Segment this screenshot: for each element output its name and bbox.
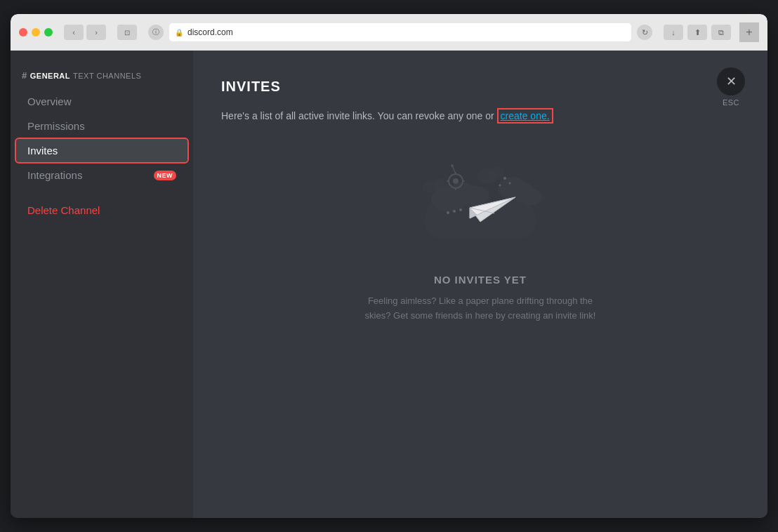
sidebar-item-row-integrations: Integrations NEW — [27, 169, 176, 181]
sidebar-item-label-integrations: Integrations — [27, 169, 82, 181]
sidebar-item-overview[interactable]: Overview — [16, 90, 187, 113]
svg-point-27 — [509, 182, 511, 185]
sidebar-item-integrations[interactable]: Integrations NEW — [16, 164, 187, 187]
empty-illustration — [403, 152, 558, 257]
new-tab-button[interactable]: + — [739, 22, 759, 42]
sidebar-item-permissions[interactable]: Permissions — [16, 114, 187, 138]
svg-point-28 — [499, 185, 501, 187]
reload-button[interactable]: ↻ — [637, 25, 652, 40]
close-traffic-light[interactable] — [19, 28, 27, 36]
minimize-traffic-light[interactable] — [32, 28, 40, 36]
svg-point-16 — [453, 210, 456, 213]
svg-point-3 — [464, 186, 489, 206]
sidebar-item-label-delete: Delete Channel — [27, 204, 100, 216]
section-title: INVITES — [221, 79, 739, 95]
svg-point-10 — [433, 178, 450, 189]
traffic-lights — [19, 28, 53, 36]
close-icon: ✕ — [726, 74, 737, 89]
info-button[interactable]: ⓘ — [148, 25, 164, 40]
svg-point-19 — [453, 178, 459, 184]
url-text: discord.com — [187, 27, 233, 37]
sidebar: # GENERAL TEXT CHANNELS Overview Permiss… — [11, 51, 193, 518]
sidebar-item-invites[interactable]: Invites — [16, 139, 187, 162]
main-content: ✕ ESC INVITES Here's a list of all activ… — [193, 51, 767, 518]
app-content: # GENERAL TEXT CHANNELS Overview Permiss… — [11, 51, 767, 518]
svg-point-15 — [459, 208, 462, 211]
address-bar-container: ⓘ 🔒 discord.com ↻ — [148, 23, 652, 41]
sidebar-item-label-invites: Invites — [27, 145, 58, 157]
sidebar-item-label-permissions: Permissions — [27, 120, 85, 132]
download-button[interactable]: ↓ — [664, 25, 683, 40]
esc-button[interactable]: ✕ ESC — [717, 67, 745, 107]
forward-button[interactable]: › — [86, 25, 106, 40]
create-one-link[interactable]: create one. — [497, 108, 553, 124]
svg-point-8 — [488, 166, 505, 179]
description-prefix: Here's a list of all active invite links… — [221, 110, 494, 121]
tab-button[interactable]: ⊡ — [117, 25, 137, 40]
description: Here's a list of all active invite links… — [221, 109, 739, 124]
esc-circle: ✕ — [717, 67, 745, 95]
empty-title: NO INVITES YET — [434, 274, 527, 286]
tabs-button[interactable]: ⧉ — [711, 25, 731, 40]
sidebar-section-header: # GENERAL TEXT CHANNELS — [11, 65, 193, 86]
browser-chrome: ‹ › ⊡ ⓘ 🔒 discord.com ↻ ↓ ⬆ ⧉ + — [11, 14, 767, 51]
share-button[interactable]: ⬆ — [687, 25, 707, 40]
svg-point-6 — [520, 189, 542, 206]
browser-actions: ↓ ⬆ ⧉ — [664, 25, 731, 40]
back-button[interactable]: ‹ — [64, 25, 84, 40]
browser-window: ‹ › ⊡ ⓘ 🔒 discord.com ↻ ↓ ⬆ ⧉ + # GENERA… — [11, 14, 767, 518]
svg-point-26 — [503, 177, 506, 180]
empty-state: NO INVITES YET Feeling aimless? Like a p… — [221, 152, 739, 324]
sidebar-item-delete-channel[interactable]: Delete Channel — [16, 199, 187, 222]
empty-description: Feeling aimless? Like a paper plane drif… — [361, 294, 600, 324]
maximize-traffic-light[interactable] — [44, 28, 53, 36]
nav-buttons: ‹ › — [64, 25, 106, 40]
new-badge: NEW — [154, 171, 177, 180]
esc-label: ESC — [723, 98, 739, 107]
svg-point-17 — [447, 211, 449, 214]
svg-point-25 — [451, 164, 454, 167]
sidebar-item-label-overview: Overview — [27, 95, 72, 107]
address-bar[interactable]: 🔒 discord.com — [169, 23, 631, 41]
hash-icon: # — [22, 70, 27, 81]
lock-icon: 🔒 — [175, 29, 183, 36]
channel-type: TEXT CHANNELS — [73, 72, 141, 80]
channel-name: GENERAL — [30, 72, 70, 80]
